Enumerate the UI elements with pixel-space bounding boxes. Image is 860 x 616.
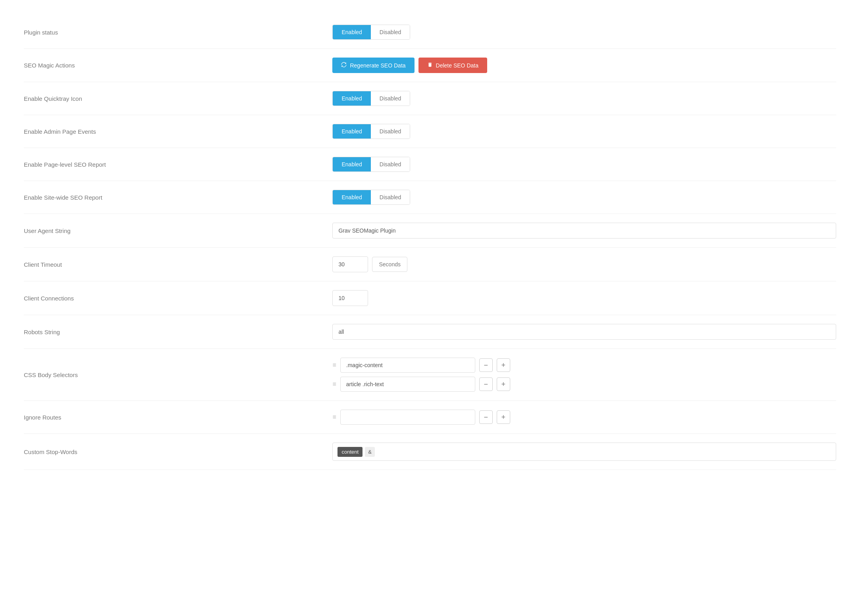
settings-table: Plugin statusEnabledDisabledSEO Magic Ac… [24,16,836,470]
toggle-btn-enable-quicktray-disabled[interactable]: Disabled [371,91,410,106]
toggle-btn-plugin-status-enabled[interactable]: Enabled [333,25,370,39]
control-css-body-selectors: ≡−+≡−+ [332,349,836,401]
regenerate-label: Regenerate SEO Data [350,62,405,69]
control-ignore-routes: ≡−+ [332,401,836,434]
row-enable-page-seo: Enable Page-level SEO ReportEnabledDisab… [24,148,836,181]
row-ignore-routes: Ignore Routes≡−+ [24,401,836,434]
label-robots-string: Robots String [24,315,332,349]
toggle-group-enable-quicktray: EnabledDisabled [332,91,410,106]
toggle-group-enable-page-seo: EnabledDisabled [332,157,410,172]
list-remove-btn-css-body-selectors-1[interactable]: − [479,377,493,391]
list-row: ≡−+ [332,410,836,425]
label-client-connections: Client Connections [24,281,332,315]
toggle-btn-enable-admin-events-disabled[interactable]: Disabled [371,124,410,139]
list-container-ignore-routes: ≡−+ [332,410,836,425]
toggle-btn-plugin-status-disabled[interactable]: Disabled [371,25,410,39]
toggle-btn-enable-quicktray-enabled[interactable]: Enabled [333,91,370,106]
control-client-connections [332,281,836,315]
control-enable-admin-events: EnabledDisabled [332,115,836,148]
toggle-group-enable-sitewide-seo: EnabledDisabled [332,190,410,205]
control-seo-magic-actions: Regenerate SEO DataDelete SEO Data [332,49,836,82]
label-custom-stop-words: Custom Stop-Words [24,434,332,470]
drag-handle-icon[interactable]: ≡ [332,362,336,369]
delete-button[interactable]: Delete SEO Data [418,58,487,73]
regenerate-icon [341,62,347,69]
row-css-body-selectors: CSS Body Selectors≡−+≡−+ [24,349,836,401]
action-buttons: Regenerate SEO DataDelete SEO Data [332,58,836,73]
toggle-btn-enable-sitewide-seo-disabled[interactable]: Disabled [371,190,410,204]
control-robots-string [332,315,836,349]
label-plugin-status: Plugin status [24,16,332,49]
control-client-timeout: Seconds [332,248,836,281]
toggle-group-plugin-status: EnabledDisabled [332,25,410,40]
list-input-ignore-routes-0[interactable] [340,410,475,425]
list-add-btn-ignore-routes-0[interactable]: + [497,410,510,424]
control-enable-page-seo: EnabledDisabled [332,148,836,181]
input-client-connections[interactable] [332,290,368,306]
toggle-btn-enable-page-seo-disabled[interactable]: Disabled [371,157,410,171]
control-plugin-status: EnabledDisabled [332,16,836,49]
row-client-timeout: Client TimeoutSeconds [24,248,836,281]
input-client-timeout[interactable] [332,256,368,272]
row-seo-magic-actions: SEO Magic ActionsRegenerate SEO DataDele… [24,49,836,82]
label-enable-sitewide-seo: Enable Site-wide SEO Report [24,181,332,214]
row-enable-quicktray: Enable Quicktray IconEnabledDisabled [24,82,836,115]
label-user-agent-string: User Agent String [24,214,332,248]
label-enable-admin-events: Enable Admin Page Events [24,115,332,148]
toggle-btn-enable-page-seo-enabled[interactable]: Enabled [333,157,370,171]
row-client-connections: Client Connections [24,281,836,315]
label-ignore-routes: Ignore Routes [24,401,332,434]
list-row: ≡−+ [332,358,836,373]
list-remove-btn-ignore-routes-0[interactable]: − [479,410,493,424]
row-user-agent-string: User Agent String [24,214,836,248]
list-add-btn-css-body-selectors-0[interactable]: + [497,358,510,372]
list-remove-btn-css-body-selectors-0[interactable]: − [479,358,493,372]
control-user-agent-string [332,214,836,248]
tags-wrapper-custom-stop-words: content& [332,443,836,461]
toggle-btn-enable-sitewide-seo-enabled[interactable]: Enabled [333,190,370,204]
control-enable-quicktray: EnabledDisabled [332,82,836,115]
list-row: ≡−+ [332,377,836,392]
delete-label: Delete SEO Data [436,62,478,69]
list-input-css-body-selectors-1[interactable] [340,377,475,392]
regenerate-button[interactable]: Regenerate SEO Data [332,58,414,73]
row-enable-sitewide-seo: Enable Site-wide SEO ReportEnabledDisabl… [24,181,836,214]
input-robots-string[interactable] [332,324,836,340]
toggle-btn-enable-admin-events-enabled[interactable]: Enabled [333,124,370,139]
control-custom-stop-words: content& [332,434,836,470]
list-input-css-body-selectors-0[interactable] [340,358,475,373]
drag-handle-icon[interactable]: ≡ [332,381,336,388]
list-container-css-body-selectors: ≡−+≡−+ [332,358,836,392]
label-enable-quicktray: Enable Quicktray Icon [24,82,332,115]
toggle-group-enable-admin-events: EnabledDisabled [332,124,410,139]
tag-container-custom-stop-words: content& [332,443,836,461]
number-unit-row-client-timeout: Seconds [332,256,836,272]
label-seo-magic-actions: SEO Magic Actions [24,49,332,82]
label-enable-page-seo: Enable Page-level SEO Report [24,148,332,181]
tag: content [337,447,363,457]
row-plugin-status: Plugin statusEnabledDisabled [24,16,836,49]
delete-icon [427,62,433,69]
row-enable-admin-events: Enable Admin Page EventsEnabledDisabled [24,115,836,148]
control-enable-sitewide-seo: EnabledDisabled [332,181,836,214]
row-robots-string: Robots String [24,315,836,349]
drag-handle-icon[interactable]: ≡ [332,414,336,421]
label-client-timeout: Client Timeout [24,248,332,281]
input-user-agent-string[interactable] [332,223,836,239]
list-add-btn-css-body-selectors-1[interactable]: + [497,377,510,391]
tag-separator: & [365,447,375,457]
label-css-body-selectors: CSS Body Selectors [24,349,332,401]
unit-label-client-timeout: Seconds [372,257,407,272]
row-custom-stop-words: Custom Stop-Wordscontent& [24,434,836,470]
